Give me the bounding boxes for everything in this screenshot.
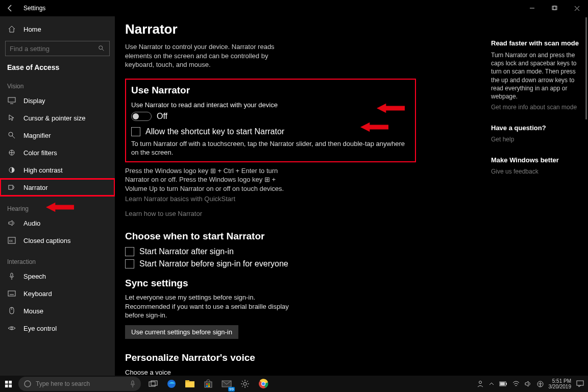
sync-title: Sync settings <box>125 278 416 289</box>
sidebar-item-highcontrast[interactable]: High contrast <box>0 161 115 179</box>
narrator-icon <box>7 183 16 191</box>
search-icon <box>98 45 105 52</box>
tray-chevron-icon[interactable] <box>489 382 494 386</box>
sidebar-item-magnifier[interactable]: Magnifier <box>0 127 115 144</box>
ease-of-access-tray-icon[interactable] <box>537 381 544 387</box>
use-narrator-highlighted-box: Use Narrator Use Narrator to read and in… <box>125 79 416 162</box>
get-help-link[interactable]: Get help <box>491 136 582 143</box>
keyboard-icon <box>7 290 16 297</box>
mouse-icon <box>7 307 16 315</box>
search-input[interactable] <box>10 45 98 53</box>
sidebar-item-keyboard[interactable]: Keyboard <box>0 285 115 302</box>
sidebar-item-eyecontrol[interactable]: Eye control <box>0 320 115 337</box>
svg-rect-2 <box>553 6 557 10</box>
svg-rect-19 <box>8 291 15 296</box>
battery-icon[interactable] <box>499 381 507 386</box>
page-title: Narrator <box>125 21 416 37</box>
svg-rect-1 <box>552 6 556 10</box>
touch-help-text: To turn Narrator off with a touchscreen,… <box>131 139 410 157</box>
mail-icon[interactable]: 99 <box>217 376 236 392</box>
svg-rect-33 <box>149 382 155 386</box>
volume-icon[interactable] <box>525 381 532 387</box>
svg-rect-29 <box>5 384 8 387</box>
store-icon[interactable] <box>199 376 217 392</box>
better-title: Make Windows better <box>491 156 582 164</box>
annotation-arrow-2 <box>360 121 388 133</box>
svg-rect-54 <box>577 381 583 385</box>
sidebar-item-speech[interactable]: Speech <box>0 267 115 285</box>
narrator-toggle[interactable] <box>131 112 152 121</box>
mic-icon[interactable] <box>130 380 136 387</box>
file-explorer-icon[interactable] <box>181 376 199 392</box>
svg-rect-50 <box>506 383 507 385</box>
app-title: Settings <box>23 5 45 12</box>
start-before-signin-label: Start Narrator before sign-in for everyo… <box>139 259 288 268</box>
scan-mode-link[interactable]: Get more info about scan mode <box>491 104 582 111</box>
taskbar-search[interactable]: Type here to search <box>18 377 141 391</box>
svg-point-44 <box>243 382 247 385</box>
svg-rect-28 <box>9 380 12 383</box>
svg-text:cc: cc <box>9 239 13 242</box>
speech-icon <box>7 272 16 280</box>
svg-rect-34 <box>151 381 157 385</box>
svg-rect-7 <box>8 97 15 102</box>
sync-text: Let everyone use my settings before sign… <box>125 293 299 320</box>
close-button[interactable] <box>566 0 588 16</box>
sidebar-item-audio[interactable]: Audio <box>0 214 115 232</box>
wifi-icon[interactable] <box>512 381 520 387</box>
maximize-button[interactable] <box>543 0 566 16</box>
settings-icon[interactable] <box>236 376 254 392</box>
svg-rect-40 <box>208 383 210 385</box>
taskbar-clock[interactable]: 5:51 PM 3/20/2019 <box>549 378 572 389</box>
sidebar-item-mouse[interactable]: Mouse <box>0 302 115 320</box>
svg-marker-26 <box>46 203 74 212</box>
link-quickstart[interactable]: Learn Narrator basics with QuickStart <box>125 195 416 203</box>
sidebar-item-display[interactable]: Display <box>0 92 115 109</box>
sidebar-item-cursor[interactable]: Cursor & pointer size <box>0 109 115 127</box>
link-learn-narrator[interactable]: Learn how to use Narrator <box>125 210 416 217</box>
svg-rect-30 <box>9 384 12 387</box>
action-center-icon[interactable] <box>576 380 584 387</box>
sidebar-item-closedcaptions[interactable]: ccClosed captions <box>0 232 115 249</box>
eye-icon <box>7 325 16 331</box>
sidebar-home[interactable]: Home <box>0 20 115 38</box>
narrator-toggle-state: Off <box>157 112 167 121</box>
sidebar-search[interactable] <box>5 41 110 56</box>
highcontrast-icon <box>7 166 16 174</box>
sidebar-item-narrator[interactable]: Narrator <box>0 179 115 196</box>
sidebar-item-colorfilters[interactable]: Color filters <box>0 144 115 161</box>
main-panel: Narrator Use Narrator to control your de… <box>115 16 588 376</box>
start-before-signin-checkbox[interactable] <box>125 259 134 268</box>
svg-rect-32 <box>132 381 134 384</box>
svg-line-6 <box>102 49 104 51</box>
group-vision-label: Vision <box>0 74 115 92</box>
question-title: Have a question? <box>491 124 582 132</box>
svg-point-9 <box>9 132 13 136</box>
svg-rect-18 <box>11 273 13 277</box>
minimize-button[interactable] <box>521 0 543 16</box>
feedback-link[interactable]: Give us feedback <box>491 168 582 175</box>
taskview-icon[interactable] <box>144 376 162 392</box>
scrollbar[interactable] <box>585 17 587 119</box>
cortana-circle-icon <box>23 380 32 388</box>
edge-icon[interactable] <box>162 376 181 392</box>
start-button[interactable] <box>0 376 16 392</box>
sync-button[interactable]: Use current settings before sign-in <box>125 325 238 339</box>
svg-line-10 <box>12 136 15 138</box>
sidebar-category: Ease of Access <box>0 60 115 74</box>
annotation-arrow-sidebar <box>46 202 74 213</box>
svg-point-47 <box>262 382 265 385</box>
allow-shortcut-checkbox[interactable] <box>131 127 140 136</box>
magnifier-icon <box>7 131 16 139</box>
choose-start-title: Choose when to start Narrator <box>125 231 416 242</box>
svg-rect-42 <box>208 385 210 387</box>
start-after-signin-checkbox[interactable] <box>125 247 134 256</box>
svg-point-35 <box>167 380 176 388</box>
mail-badge: 99 <box>228 387 235 391</box>
svg-rect-37 <box>185 380 189 382</box>
people-icon[interactable] <box>477 380 484 387</box>
sidebar: Home Ease of Access Vision Display Curso… <box>0 16 115 376</box>
chrome-icon[interactable] <box>254 376 273 392</box>
cursor-icon <box>7 114 16 122</box>
back-button[interactable] <box>6 4 16 12</box>
